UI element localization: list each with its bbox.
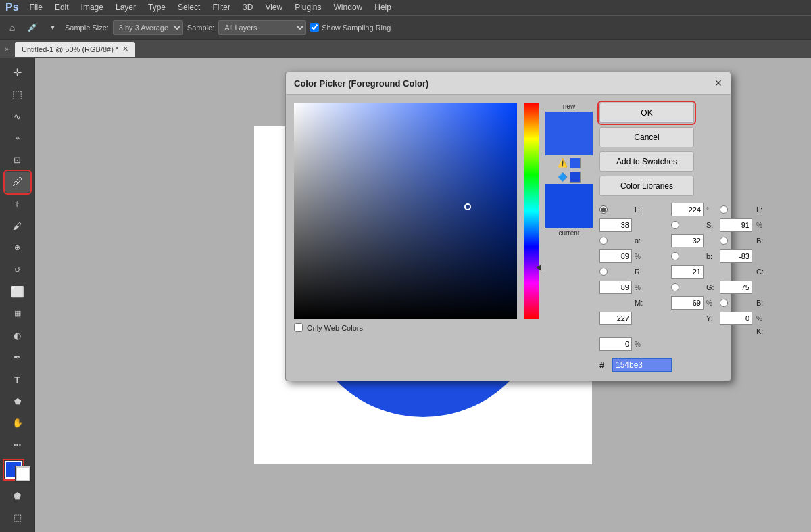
spectrum-slider[interactable] <box>524 103 539 319</box>
menu-help[interactable]: Help <box>369 1 397 14</box>
c-input[interactable] <box>599 281 632 294</box>
healing-brush[interactable]: ⚕ <box>5 194 30 214</box>
b2-radio[interactable] <box>720 299 728 307</box>
sample-size-select[interactable]: 3 by 3 Average Point Sample 5 by 5 Avera… <box>113 20 183 35</box>
eyedropper-dropdown[interactable]: ▼ <box>45 20 61 36</box>
current-color-swatch[interactable] <box>545 184 593 228</box>
g-label: G: <box>706 283 717 291</box>
fg-bg-swatches <box>5 461 30 481</box>
s-radio[interactable] <box>671 221 679 229</box>
menu-layer[interactable]: Layer <box>110 1 141 14</box>
b-radio[interactable] <box>720 237 728 245</box>
tab-close-button[interactable]: ✕ <box>122 45 128 53</box>
ok-button[interactable]: OK <box>599 103 694 123</box>
a-label: a: <box>635 237 645 245</box>
b-input[interactable] <box>599 249 632 263</box>
document-tab[interactable]: Untitled-1 @ 50% (RGB/8#) * ✕ <box>15 42 135 57</box>
k-input[interactable] <box>599 337 632 351</box>
y-unit: % <box>756 315 767 322</box>
eraser-tool[interactable]: ⬜ <box>5 281 30 301</box>
b-label: B: <box>756 237 767 245</box>
menu-3d[interactable]: 3D <box>237 1 258 14</box>
shape-tool[interactable]: ⬟ <box>5 391 30 411</box>
color-picker-dialog: Color Picker (Foreground Color) ✕ Only W… <box>285 72 731 381</box>
screen-mode[interactable]: ⬚ <box>5 507 30 527</box>
show-sampling-ring-checkbox[interactable] <box>310 23 319 32</box>
lasso-tool[interactable]: ∿ <box>5 106 30 126</box>
s-label: S: <box>706 221 717 229</box>
cancel-button[interactable]: Cancel <box>599 127 694 147</box>
more-tools[interactable]: ••• <box>5 435 30 455</box>
l-input[interactable] <box>599 218 632 232</box>
menu-view[interactable]: View <box>260 1 288 14</box>
h-radio[interactable] <box>599 205 608 214</box>
ps-logo[interactable]: Ps <box>5 1 19 14</box>
quick-select-tool[interactable]: ⌖ <box>5 128 30 148</box>
menu-select[interactable]: Select <box>172 1 205 14</box>
warning-triangle-icon: ⚠️ <box>558 158 568 168</box>
eyedropper-tool-option[interactable]: 💉 <box>24 20 41 36</box>
menu-filter[interactable]: Filter <box>207 1 236 14</box>
r-radio[interactable] <box>599 268 608 276</box>
menu-edit[interactable]: Edit <box>49 1 74 14</box>
tab-title: Untitled-1 @ 50% (RGB/8#) * <box>22 45 118 53</box>
l-radio[interactable] <box>720 205 728 214</box>
menu-file[interactable]: File <box>24 1 48 14</box>
tab-expand-icon[interactable]: » <box>1 44 12 55</box>
h-input[interactable] <box>671 203 704 216</box>
sample-label: Sample: <box>187 24 214 32</box>
y-input[interactable] <box>720 312 752 325</box>
gamut-warning-swatch[interactable] <box>570 158 581 168</box>
dialog-close-button[interactable]: ✕ <box>714 78 722 89</box>
spectrum-wrap <box>524 103 539 372</box>
hex-row: # <box>599 358 722 372</box>
marquee-tool[interactable]: ⬚ <box>5 84 30 104</box>
b3-input[interactable] <box>720 249 752 263</box>
add-to-swatches-button[interactable]: Add to Swatches <box>599 151 694 172</box>
tab-bar: » Untitled-1 @ 50% (RGB/8#) * ✕ <box>0 39 811 58</box>
web-color-swatch[interactable] <box>570 172 581 183</box>
text-tool[interactable]: T <box>5 369 30 389</box>
a-input[interactable] <box>671 234 704 247</box>
r-input[interactable] <box>671 265 704 279</box>
hex-input[interactable] <box>612 358 672 372</box>
k-label: K: <box>756 327 767 335</box>
color-libraries-button[interactable]: Color Libraries <box>599 176 694 196</box>
g-radio[interactable] <box>671 283 679 291</box>
pen-tool[interactable]: ✒ <box>5 347 30 367</box>
quick-mask-toggle[interactable]: ⬟ <box>5 485 30 506</box>
sample-select[interactable]: All Layers Current Layer <box>218 20 306 35</box>
menu-window[interactable]: Window <box>328 1 368 14</box>
color-fields: H: ° L: S: % <box>599 203 722 351</box>
only-web-colors-label: Only Web Colors <box>307 324 363 332</box>
web-icon: 🔷 <box>558 172 568 182</box>
menu-plugins[interactable]: Plugins <box>289 1 326 14</box>
g-input[interactable] <box>720 281 752 294</box>
color-preview-column: new ⚠️ 🔷 current <box>545 103 593 372</box>
new-color-swatch[interactable] <box>545 112 593 155</box>
move-tool[interactable]: ✛ <box>5 62 30 82</box>
b3-radio[interactable] <box>671 252 679 260</box>
home-button[interactable]: ⌂ <box>4 20 20 36</box>
a-radio[interactable] <box>599 237 608 245</box>
show-sampling-ring-label[interactable]: Show Sampling Ring <box>310 23 391 32</box>
menu-type[interactable]: Type <box>143 1 171 14</box>
s-input[interactable] <box>720 218 752 232</box>
background-color-swatch[interactable] <box>16 466 30 481</box>
b2-input[interactable] <box>599 312 632 325</box>
m-input[interactable] <box>671 296 704 310</box>
history-brush[interactable]: ↺ <box>5 260 30 280</box>
brush-tool[interactable]: 🖌 <box>5 216 30 236</box>
only-web-colors-checkbox[interactable] <box>294 323 303 332</box>
options-toolbar: ⌂ 💉 ▼ Sample Size: 3 by 3 Average Point … <box>0 15 811 39</box>
menu-image[interactable]: Image <box>76 1 109 14</box>
hand-tool[interactable]: ✋ <box>5 413 30 433</box>
crop-tool[interactable]: ⊡ <box>5 150 30 170</box>
clone-tool[interactable]: ⊕ <box>5 237 30 258</box>
m-label: M: <box>635 299 645 307</box>
k-unit: % <box>635 341 668 348</box>
eyedropper-tool[interactable]: 🖊 <box>5 172 30 192</box>
dodge-tool[interactable]: ◐ <box>5 325 30 345</box>
color-gradient-picker[interactable] <box>294 103 517 319</box>
gradient-tool[interactable]: ▦ <box>5 304 30 324</box>
